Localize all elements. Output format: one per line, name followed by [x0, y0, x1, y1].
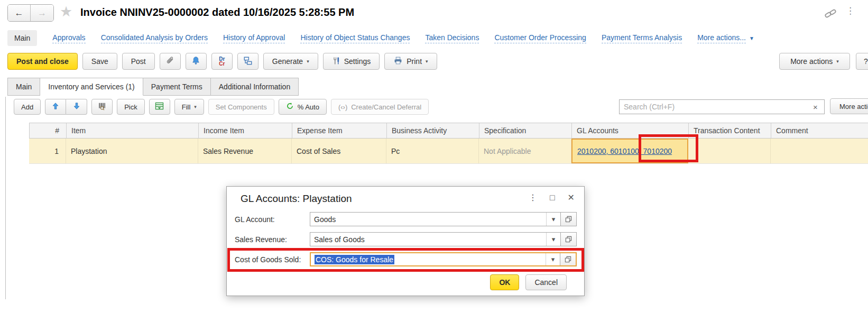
ok-button[interactable]: OK: [490, 274, 519, 290]
nav-item-approvals[interactable]: Approvals: [52, 33, 85, 43]
choose-icon[interactable]: [560, 233, 576, 246]
table-row[interactable]: 1 Playstation Sales Revenue Cost of Sale…: [29, 139, 868, 164]
favorite-star-icon[interactable]: ★: [60, 3, 72, 20]
show-list-button[interactable]: [149, 99, 170, 115]
back-arrow-icon: ←: [15, 8, 24, 19]
field-row-cost-of-goods-sold: Cost of Goods Sold: COS: Goods for Resal…: [235, 252, 577, 266]
dialog-close-icon[interactable]: ✕: [568, 194, 575, 202]
nav-item-history-of-status-changes[interactable]: History of Object Status Changes: [300, 33, 410, 43]
field-row-sales-revenue: Sales Revenue: Sales of Goods ▾: [235, 232, 577, 246]
cell-comment[interactable]: [771, 139, 868, 163]
sales-revenue-field[interactable]: Sales of Goods ▾: [310, 232, 577, 246]
column-header-gl-accounts[interactable]: GL Accounts: [572, 123, 689, 138]
cost-of-goods-sold-value[interactable]: COS: Goods for Resale: [315, 255, 394, 264]
column-header-number[interactable]: #: [30, 123, 67, 138]
dialog-controls: ⋮ □ ✕: [529, 194, 575, 202]
tab-additional-information[interactable]: Additional Information: [211, 78, 299, 96]
bell-icon: [191, 56, 200, 67]
cell-specification[interactable]: Not Applicable: [479, 139, 571, 163]
gl-account-field[interactable]: Goods ▾: [310, 212, 577, 226]
move-down-button[interactable]: [66, 99, 87, 115]
column-header-income-item[interactable]: Income Item: [199, 123, 292, 138]
cancel-button[interactable]: Cancel: [525, 274, 567, 290]
create-cancel-deferral-button[interactable]: (‹›) Create/Cancel Deferral: [331, 99, 429, 115]
choose-icon[interactable]: [560, 253, 576, 265]
chevron-down-icon: ▼: [749, 35, 754, 41]
nav-item-consolidated-analysis[interactable]: Consolidated Analysis by Orders: [101, 33, 208, 43]
dropdown-arrow-icon[interactable]: ▾: [546, 253, 560, 265]
column-header-specification[interactable]: Specification: [479, 123, 572, 138]
green-table-icon: [155, 102, 164, 112]
cell-income-item[interactable]: Sales Revenue: [198, 139, 292, 163]
dialog-more-icon[interactable]: ⋮: [529, 194, 537, 202]
tab-payment-terms[interactable]: Payment Terms: [143, 78, 211, 96]
dropdown-arrow-icon[interactable]: ▾: [546, 213, 560, 226]
gl-account-value[interactable]: Goods: [310, 213, 546, 226]
nav-item-payment-terms-analysis[interactable]: Payment Terms Analysis: [602, 33, 682, 43]
debit-credit-button[interactable]: DrCr: [211, 53, 233, 70]
search-input[interactable]: [619, 99, 807, 114]
nav-item-history-of-approval[interactable]: History of Approval: [223, 33, 285, 43]
save-button[interactable]: Save: [82, 53, 117, 70]
post-button[interactable]: Post: [122, 53, 155, 70]
cell-item[interactable]: Playstation: [66, 139, 198, 163]
choose-icon[interactable]: [560, 213, 576, 226]
wrench-icon: [332, 57, 340, 67]
help-button[interactable]: ?: [856, 53, 868, 70]
reminders-button[interactable]: [186, 53, 207, 70]
tab-inventory-and-services[interactable]: Inventory and Services (1): [40, 78, 143, 96]
tab-main[interactable]: Main: [7, 78, 40, 96]
forward-button[interactable]: →: [31, 5, 53, 21]
sales-revenue-value[interactable]: Sales of Goods: [310, 233, 546, 246]
deferral-icon: (‹›): [338, 103, 347, 111]
barcode-scan-button[interactable]: [91, 99, 113, 115]
column-header-item[interactable]: Item: [67, 123, 199, 138]
nav-more-actions-label: More actions...: [697, 33, 746, 43]
drcr-icon: DrCr: [219, 57, 225, 66]
column-header-expense-item[interactable]: Expense Item: [292, 123, 387, 138]
nav-item-customer-order-processing[interactable]: Customer Order Processing: [494, 33, 586, 43]
move-up-button[interactable]: [45, 99, 66, 115]
cell-gl-accounts[interactable]: 2010200, 6010100, 7010200: [571, 139, 688, 163]
dialog-maximize-icon[interactable]: □: [550, 194, 555, 202]
cost-of-goods-sold-field[interactable]: COS: Goods for Resale ▾: [310, 252, 577, 266]
settings-button[interactable]: Settings: [323, 53, 380, 70]
fill-button[interactable]: Fill▾: [174, 99, 204, 115]
page-title: Invoice NNINV25-0000002 dated 10/16/2025…: [80, 6, 354, 19]
arrow-down-icon: [73, 102, 80, 112]
nav-more-actions[interactable]: More actions... ▼: [697, 33, 754, 43]
column-header-comment[interactable]: Comment: [771, 123, 868, 138]
generate-button[interactable]: Generate▾: [263, 53, 318, 70]
header-more-icon[interactable]: ⋮: [846, 5, 855, 16]
pick-button[interactable]: Pick: [117, 99, 145, 115]
barcode-icon: [98, 102, 107, 112]
attachments-button[interactable]: [160, 53, 181, 70]
field-row-gl-account: GL Account: Goods ▾: [235, 212, 577, 226]
cell-transaction-content[interactable]: [688, 139, 771, 163]
related-documents-button[interactable]: [237, 53, 258, 70]
app-window: ← → ★ Invoice NNINV25-0000002 dated 10/1…: [0, 0, 868, 313]
set-components-button[interactable]: Set Components: [208, 99, 274, 115]
cell-business-activity[interactable]: Pc: [386, 139, 479, 163]
add-row-button[interactable]: Add: [14, 99, 41, 115]
close-icon: ×: [813, 103, 818, 112]
percent-auto-button[interactable]: % Auto: [279, 99, 327, 115]
more-actions-button[interactable]: More actions▾: [779, 53, 850, 70]
nav-item-taken-decisions[interactable]: Taken Decisions: [425, 33, 479, 43]
history-nav-group: ← →: [7, 4, 54, 22]
cell-expense-item[interactable]: Cost of Sales: [292, 139, 386, 163]
dropdown-arrow-icon[interactable]: ▾: [546, 233, 560, 246]
print-button[interactable]: Print▾: [384, 53, 437, 70]
nav-item-main[interactable]: Main: [7, 30, 37, 46]
forward-arrow-icon: →: [38, 8, 47, 19]
get-link-icon[interactable]: [824, 6, 837, 22]
column-header-business-activity[interactable]: Business Activity: [387, 123, 479, 138]
form-tabs: Main Inventory and Services (1) Payment …: [7, 78, 299, 96]
gl-accounts-link[interactable]: 2010200, 6010100, 7010200: [577, 147, 672, 155]
cost-of-goods-sold-label: Cost of Goods Sold:: [235, 255, 310, 264]
grid-more-actions-button[interactable]: More actions▾: [830, 98, 868, 114]
clear-search-button[interactable]: ×: [807, 99, 825, 114]
column-header-transaction-content[interactable]: Transaction Content: [689, 123, 771, 138]
back-button[interactable]: ←: [8, 5, 31, 21]
post-and-close-button[interactable]: Post and close: [7, 53, 78, 70]
